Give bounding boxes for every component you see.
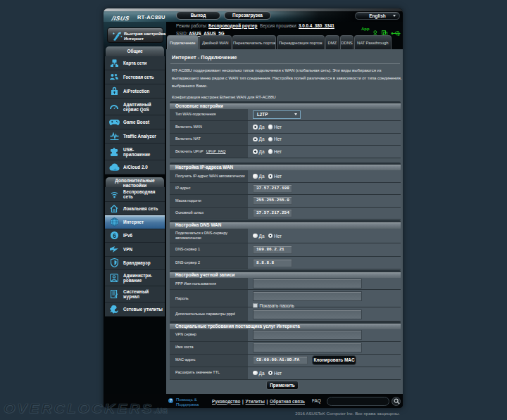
svg-text:6: 6 <box>113 232 116 239</box>
